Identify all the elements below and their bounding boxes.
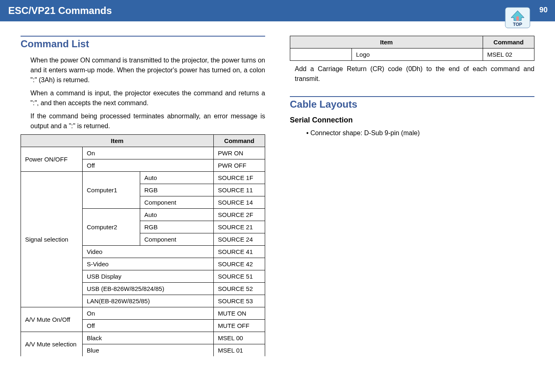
cell-s24: SOURCE 24 bbox=[214, 233, 265, 246]
cell-rgb1: RGB bbox=[140, 184, 214, 196]
page-title: ESC/VP21 Commands bbox=[8, 5, 112, 16]
svg-rect-1 bbox=[516, 16, 519, 21]
cell-off: Off bbox=[83, 159, 214, 172]
title-bar: ESC/VP21 Commands TOP 90 bbox=[0, 0, 555, 21]
cell-s2f: SOURCE 2F bbox=[214, 209, 265, 221]
cell-pwron: PWR ON bbox=[214, 147, 265, 159]
cell-s42: SOURCE 42 bbox=[214, 258, 265, 270]
th-command: Command bbox=[214, 135, 265, 147]
cell-muteoff: MUTE OFF bbox=[214, 320, 265, 332]
th-command-2: Command bbox=[483, 36, 534, 48]
cell-avmute: A/V Mute On/Off bbox=[21, 307, 83, 332]
cell-muteon: MUTE ON bbox=[214, 307, 265, 320]
left-column: Command List When the power ON command i… bbox=[21, 36, 265, 356]
cell-m01: MSEL 01 bbox=[214, 344, 265, 357]
cable-layouts-heading: Cable Layouts bbox=[290, 96, 534, 110]
cell-on: On bbox=[83, 147, 214, 159]
cmd-list-heading: Command List bbox=[21, 36, 265, 50]
cell-blue: Blue bbox=[83, 344, 214, 357]
cell-svideo: S-Video bbox=[83, 258, 214, 270]
right-column: Item Command Logo MSEL 02 Add a Carriage… bbox=[290, 36, 534, 356]
th-item: Item bbox=[21, 135, 214, 147]
cell-off2: Off bbox=[83, 320, 214, 332]
cell-rgb2: RGB bbox=[140, 221, 214, 233]
cell-c2: Computer2 bbox=[83, 209, 140, 246]
cell-s52: SOURCE 52 bbox=[214, 283, 265, 295]
cell-avmsel: A/V Mute selection bbox=[21, 332, 83, 357]
cell-m00: MSEL 00 bbox=[214, 332, 265, 344]
cell-on2: On bbox=[83, 307, 214, 320]
cmd-para-2: When a command is input, the projector e… bbox=[21, 88, 265, 108]
th-item-2: Item bbox=[290, 36, 483, 48]
page-number: 90 bbox=[539, 6, 548, 14]
cell-logo: Logo bbox=[352, 48, 483, 61]
cell-pwroff: PWR OFF bbox=[214, 159, 265, 172]
cell-s41: SOURCE 41 bbox=[214, 246, 265, 258]
top-icon-label: TOP bbox=[513, 22, 522, 27]
cell-s51: SOURCE 51 bbox=[214, 270, 265, 283]
cell-comp1: Component bbox=[140, 196, 214, 209]
cmd-para-3: If the command being processed terminate… bbox=[21, 111, 265, 131]
cell-video: Video bbox=[83, 246, 214, 258]
serial-conn-heading: Serial Connection bbox=[290, 116, 534, 125]
cmd-para-1: When the power ON command is transmitted… bbox=[21, 55, 265, 85]
cell-usbdisp: USB Display bbox=[83, 270, 214, 283]
cell-power: Power ON/OFF bbox=[21, 147, 83, 172]
cell-m02: MSEL 02 bbox=[483, 48, 534, 61]
cell-lan: LAN(EB-826W/825/85) bbox=[83, 295, 214, 307]
cell-sigsel: Signal selection bbox=[21, 172, 83, 307]
cell-comp2: Component bbox=[140, 233, 214, 246]
cell-s1f: SOURCE 1F bbox=[214, 172, 265, 184]
cell-c1: Computer1 bbox=[83, 172, 140, 209]
command-table: Item Command Power ON/OFF On PWR ON Off … bbox=[21, 134, 265, 356]
cell-s11: SOURCE 11 bbox=[214, 184, 265, 196]
cr-note: Add a Carriage Return (CR) code (0Dh) to… bbox=[290, 64, 534, 84]
connector-bullet: Connector shape: D-Sub 9-pin (male) bbox=[290, 129, 534, 137]
cell-s53: SOURCE 53 bbox=[214, 295, 265, 307]
cell-auto2: Auto bbox=[140, 209, 214, 221]
cell-auto1: Auto bbox=[140, 172, 214, 184]
command-table-2: Item Command Logo MSEL 02 bbox=[290, 36, 534, 61]
nav-top-icon[interactable]: TOP bbox=[505, 3, 530, 29]
cell-usbeb: USB (EB-826W/825/824/85) bbox=[83, 283, 214, 295]
cell-black: Black bbox=[83, 332, 214, 344]
cell-s14: SOURCE 14 bbox=[214, 196, 265, 209]
cell-s21: SOURCE 21 bbox=[214, 221, 265, 233]
